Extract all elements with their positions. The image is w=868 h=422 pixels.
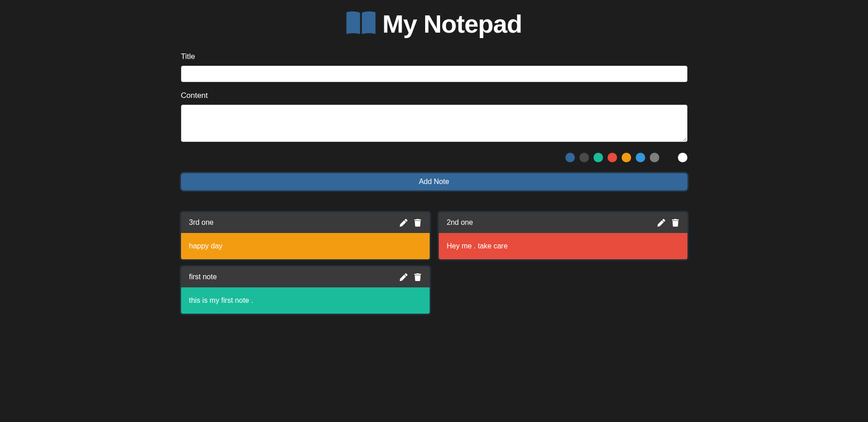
title-input[interactable] bbox=[181, 66, 687, 82]
note-card: first note this is my first note . bbox=[181, 267, 430, 314]
note-header: first note bbox=[181, 267, 430, 287]
note-card: 3rd one happy day bbox=[181, 212, 430, 259]
color-option-blue[interactable] bbox=[565, 153, 575, 162]
note-actions bbox=[657, 219, 679, 227]
note-header: 3rd one bbox=[181, 212, 430, 233]
note-header: 2nd one bbox=[439, 212, 687, 233]
color-option-light-blue[interactable] bbox=[636, 153, 645, 162]
color-option-orange[interactable] bbox=[622, 153, 631, 162]
title-label: Title bbox=[181, 52, 687, 61]
color-option-gray[interactable] bbox=[650, 153, 659, 162]
app-title: My Notepad bbox=[383, 9, 522, 39]
edit-icon[interactable] bbox=[400, 219, 407, 227]
note-card: 2nd one Hey me . take care bbox=[439, 212, 687, 259]
color-option-green[interactable] bbox=[593, 153, 603, 162]
content-label: Content bbox=[181, 91, 687, 100]
trash-icon[interactable] bbox=[414, 219, 422, 227]
edit-icon[interactable] bbox=[657, 219, 665, 227]
add-note-button[interactable]: Add Note bbox=[181, 173, 687, 190]
edit-icon[interactable] bbox=[400, 273, 407, 281]
notes-list: 3rd one happy day 2nd one bbox=[181, 212, 687, 314]
note-title: 2nd one bbox=[447, 218, 473, 227]
color-option-dark-gray[interactable] bbox=[579, 153, 589, 162]
note-body: Hey me . take care bbox=[439, 233, 687, 259]
title-field-group: Title bbox=[181, 52, 687, 82]
note-actions bbox=[400, 219, 422, 227]
note-body: this is my first note . bbox=[181, 287, 430, 314]
color-option-white[interactable] bbox=[678, 153, 687, 162]
book-icon bbox=[346, 11, 376, 37]
color-picker bbox=[181, 153, 687, 162]
trash-icon[interactable] bbox=[672, 219, 679, 227]
trash-icon[interactable] bbox=[414, 273, 422, 281]
note-actions bbox=[400, 273, 422, 281]
note-title: 3rd one bbox=[189, 218, 214, 227]
color-option-black[interactable] bbox=[664, 153, 673, 162]
note-body: happy day bbox=[181, 233, 430, 259]
content-field-group: Content bbox=[181, 91, 687, 144]
app-header: My Notepad bbox=[181, 0, 687, 52]
note-title: first note bbox=[189, 273, 217, 281]
content-textarea[interactable] bbox=[181, 105, 687, 142]
color-option-red[interactable] bbox=[608, 153, 617, 162]
